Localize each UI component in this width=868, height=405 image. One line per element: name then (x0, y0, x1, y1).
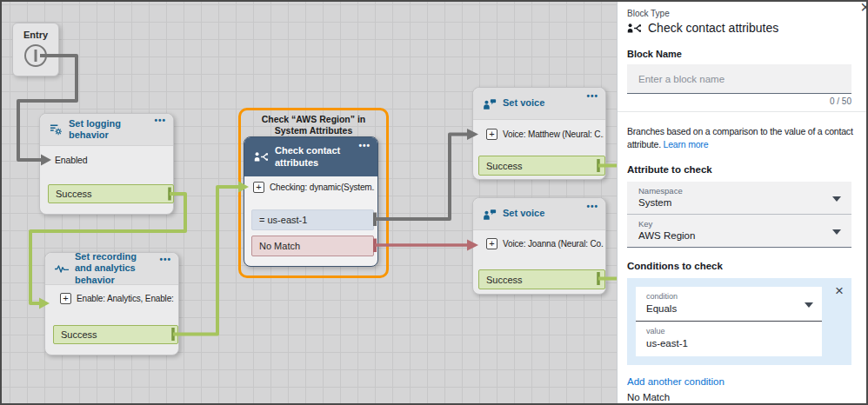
block-header[interactable]: Set voice ••• (473, 88, 605, 120)
block-header[interactable]: Set logging behavior ••• (40, 114, 173, 146)
voice-person-icon (483, 98, 497, 110)
block-check-contact-attributes[interactable]: Check contact attributes ••• + Checking:… (244, 136, 378, 267)
block-title: Check contact attributes (275, 145, 355, 168)
block-set-voice-2[interactable]: Set voice ••• + Voice: Joanna (Neural: C… (472, 197, 606, 295)
close-icon[interactable]: × (860, 0, 868, 16)
expand-plus-icon[interactable]: + (253, 182, 264, 193)
logging-state-label: Enabled (55, 155, 170, 165)
connect-flow-editor: Check “AWS Region” in System Attributes … (0, 0, 868, 405)
panel-heading: Check contact attributes (648, 21, 778, 35)
entry-output-port[interactable] (24, 44, 47, 67)
condition-value: Equals (646, 303, 799, 314)
attribute-section-header: Attribute to check (627, 164, 851, 175)
success-endpoint[interactable]: Success (48, 184, 174, 203)
namespace-label: Namespace (638, 186, 825, 196)
voice-parameters[interactable]: + Voice: Matthew (Neural: C... (486, 129, 604, 140)
block-description: Branches based on a comparison to the va… (627, 125, 851, 151)
expand-plus-icon[interactable]: + (486, 238, 497, 249)
equals-branch-endpoint[interactable]: = us-east-1 (251, 209, 374, 230)
remove-condition-icon[interactable]: × (835, 283, 844, 298)
flow-canvas[interactable]: Check “AWS Region” in System Attributes … (2, 2, 617, 403)
block-menu-button[interactable]: ••• (358, 141, 371, 150)
success-endpoint[interactable]: Success (478, 269, 605, 289)
success-endpoint[interactable]: Success (478, 156, 605, 176)
block-properties-panel: Block Type × Check contact attributes Bl… (617, 2, 866, 403)
block-header[interactable]: Check contact attributes ••• (244, 137, 377, 176)
key-label: Key (638, 219, 825, 229)
block-title: Set voice (503, 97, 544, 109)
recording-parameters[interactable]: + Enable: Analytics, Enable: ... (60, 293, 176, 304)
chevron-down-icon (805, 302, 813, 308)
no-match-label: No Match (627, 392, 851, 402)
condition-select[interactable]: condition Equals (636, 287, 822, 322)
chevron-down-icon (832, 196, 841, 202)
logging-gear-icon (50, 123, 63, 136)
block-menu-button[interactable]: ••• (159, 255, 171, 264)
add-condition-link[interactable]: Add another condition (627, 376, 851, 387)
block-name-input[interactable] (627, 64, 851, 94)
value-label: value (646, 327, 799, 335)
entry-block[interactable]: Entry (12, 23, 59, 76)
person-branch-icon (627, 23, 642, 34)
value-text: us-east-1 (646, 338, 799, 349)
key-select[interactable]: Key AWS Region (627, 215, 851, 248)
block-title: Set recording and analytics behavior (75, 251, 156, 286)
learn-more-link[interactable]: Learn more (664, 139, 709, 149)
block-header[interactable]: Set recording and analytics behavior ••• (45, 253, 178, 285)
block-caption: Check “AWS Region” in System Attributes (241, 114, 386, 136)
wire-recording-to-check (173, 187, 238, 335)
divider (618, 111, 866, 112)
conditions-section-header: Conditions to check (627, 261, 851, 271)
waveform-icon (55, 263, 69, 275)
block-set-voice-1[interactable]: Set voice ••• + Voice: Matthew (Neural: … (472, 87, 606, 180)
check-parameters[interactable]: + Checking: dynamic(System... (253, 182, 375, 193)
block-set-recording-behavior[interactable]: Set recording and analytics behavior •••… (44, 252, 179, 355)
voice-parameters[interactable]: + Voice: Joanna (Neural: Co... (486, 238, 604, 249)
voice-person-icon (483, 209, 497, 220)
block-title: Set logging behavior (69, 118, 149, 141)
chevron-down-icon (832, 229, 841, 235)
person-branch-icon (254, 151, 269, 163)
char-counter: 0 / 50 (627, 96, 851, 106)
expand-plus-icon[interactable]: + (486, 129, 497, 140)
value-input[interactable]: value us-east-1 (636, 322, 822, 356)
expand-plus-icon[interactable]: + (60, 293, 71, 304)
condition-card: × condition Equals value us-east-1 (627, 278, 851, 365)
key-value: AWS Region (638, 230, 825, 241)
no-match-endpoint[interactable]: No Match (251, 236, 374, 256)
success-endpoint[interactable]: Success (53, 325, 178, 344)
block-menu-button[interactable]: ••• (154, 116, 166, 125)
block-title: Set voice (503, 208, 544, 219)
block-menu-button[interactable]: ••• (586, 91, 598, 101)
condition-label: condition (646, 292, 799, 301)
namespace-select[interactable]: Namespace System (627, 182, 851, 215)
block-header[interactable]: Set voice ••• (473, 198, 605, 230)
block-type-label: Block Type (627, 9, 851, 18)
block-name-label: Block Name (627, 49, 851, 59)
block-set-logging-behavior[interactable]: Set logging behavior ••• Enabled Success (39, 113, 174, 215)
block-menu-button[interactable]: ••• (586, 202, 598, 211)
entry-title: Entry (13, 30, 58, 40)
namespace-value: System (638, 197, 825, 208)
